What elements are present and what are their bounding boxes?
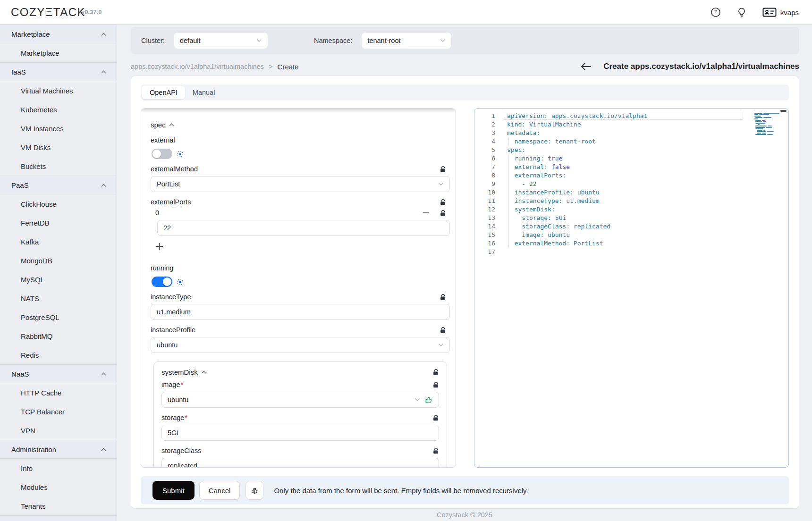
cluster-select[interactable]: default <box>174 33 268 49</box>
sidebar-section-naas[interactable]: NaaS <box>0 364 117 383</box>
unlock-icon[interactable] <box>432 369 439 376</box>
editor-line[interactable]: 6running: true <box>474 154 788 163</box>
sidebar-section-administration[interactable]: Administration <box>0 440 117 459</box>
editor-line[interactable]: 1apiVersion: apps.cozystack.io/v1alpha1 <box>474 112 788 120</box>
sidebar-section-label: PaaS <box>11 181 29 189</box>
unlock-icon[interactable] <box>440 327 446 334</box>
spec-section-toggle[interactable]: spec <box>151 121 450 129</box>
back-arrow-icon[interactable] <box>581 62 591 71</box>
debug-button[interactable] <box>245 481 263 500</box>
unlock-icon[interactable] <box>432 447 439 454</box>
editor-scrollbar-thumb[interactable] <box>780 110 787 112</box>
chevron-up-icon <box>169 123 174 126</box>
externalPorts-item-0-input[interactable] <box>163 224 444 232</box>
sidebar-section-marketplace[interactable]: Marketplace <box>0 25 117 43</box>
unlock-icon[interactable] <box>440 294 446 301</box>
sidebar-item-tenants[interactable]: Tenants <box>0 496 117 515</box>
editor-line[interactable]: 3metadata: <box>474 129 788 137</box>
instanceType-label: instanceType <box>151 293 191 301</box>
unlock-icon[interactable] <box>440 199 446 206</box>
cancel-button[interactable]: Cancel <box>199 481 240 500</box>
image-select[interactable]: ubuntu <box>161 392 439 408</box>
sidebar-item-tcp-balancer[interactable]: TCP Balancer <box>0 402 117 421</box>
editor-minimap[interactable] <box>754 113 782 137</box>
minimap-line <box>754 123 782 124</box>
editor-line[interactable]: 11instanceType: u1.medium <box>474 197 788 205</box>
tab-openapi[interactable]: OpenAPI <box>142 86 185 99</box>
remove-item-button[interactable] <box>423 210 429 216</box>
chevron-up-icon <box>101 184 106 187</box>
editor-line-code: instanceProfile: ubuntu <box>507 188 600 197</box>
sidebar-item-rabbitmq[interactable]: RabbitMQ <box>0 327 117 345</box>
token-key: namespace: <box>515 138 551 145</box>
app-logo[interactable]: COZYΞTACK <box>11 6 85 19</box>
running-toggle[interactable] <box>152 277 172 287</box>
instanceType-input[interactable] <box>157 308 444 316</box>
yaml-editor[interactable]: 1apiVersion: apps.cozystack.io/v1alpha12… <box>474 108 789 468</box>
editor-line[interactable]: 9- 22 <box>474 180 788 188</box>
editor-line[interactable]: 4namespace: tenant-root <box>474 137 788 146</box>
editor-line-code: apiVersion: apps.cozystack.io/v1alpha1 <box>507 112 647 120</box>
sidebar-item-vpn[interactable]: VPN <box>0 421 117 440</box>
sidebar-item-buckets[interactable]: Buckets <box>0 157 117 176</box>
sidebar-item-mysql[interactable]: MySQL <box>0 270 117 289</box>
sidebar-item-clickhouse[interactable]: ClickHouse <box>0 194 117 213</box>
editor-line-code: running: true <box>507 154 562 163</box>
cluster-label: Cluster: <box>141 37 165 44</box>
namespace-select[interactable]: tenant-root <box>362 33 451 49</box>
submit-button[interactable]: Submit <box>152 481 195 500</box>
theme-bulb-icon[interactable] <box>737 7 746 17</box>
sidebar-item-virtual-machines[interactable]: Virtual Machines <box>0 81 117 100</box>
sidebar-item-vm-instances[interactable]: VM Instances <box>0 119 117 138</box>
thumbs-up-icon[interactable] <box>425 396 433 404</box>
chevron-down-icon <box>438 182 444 186</box>
sidebar-section-iaas[interactable]: IaaS <box>0 62 117 81</box>
editor-line[interactable]: 15image: ubuntu <box>474 231 788 239</box>
externalMethod-select[interactable]: PortList <box>151 176 450 192</box>
token-str: ubuntu <box>574 189 600 196</box>
editor-line[interactable]: 17 <box>474 248 788 256</box>
sidebar-item-kafka[interactable]: Kafka <box>0 232 117 251</box>
sidebar-item-ferretdb[interactable]: FerretDB <box>0 213 117 232</box>
breadcrumb-path[interactable]: apps.cozystack.io/v1alpha1/virtualmachin… <box>131 63 264 70</box>
editor-line[interactable]: 10instanceProfile: ubuntu <box>474 188 788 197</box>
editor-line[interactable]: 7external: false <box>474 163 788 171</box>
systemDisk-section-toggle[interactable]: systemDisk <box>161 368 439 376</box>
token-bool: false <box>548 163 570 170</box>
editor-line[interactable]: 5spec: <box>474 146 788 154</box>
sidebar-item-redis[interactable]: Redis <box>0 345 117 364</box>
add-item-button[interactable] <box>155 243 163 251</box>
sidebar-item-postgresql[interactable]: PostgreSQL <box>0 308 117 327</box>
unlock-icon[interactable] <box>440 166 446 173</box>
sidebar-item-kubernetes[interactable]: Kubernetes <box>0 100 117 119</box>
sidebar-item-mongodb[interactable]: MongoDB <box>0 251 117 270</box>
storageClass-input[interactable] <box>168 462 433 468</box>
tab-manual[interactable]: Manual <box>185 86 223 99</box>
user-menu[interactable]: kvaps <box>762 7 799 17</box>
sidebar-section-paas[interactable]: PaaS <box>0 176 117 194</box>
token-str: ubuntu <box>544 231 570 238</box>
storage-input[interactable] <box>168 429 433 437</box>
help-icon[interactable]: ? <box>710 7 721 17</box>
sidebar-item-info[interactable]: Info <box>0 459 117 478</box>
editor-line[interactable]: 13storage: 5Gi <box>474 214 788 222</box>
sidebar-item-marketplace[interactable]: Marketplace <box>0 43 117 62</box>
editor-line[interactable]: 14storageClass: replicated <box>474 222 788 231</box>
editor-line[interactable]: 12systemDisk: <box>474 205 788 214</box>
unlock-icon[interactable] <box>432 381 439 388</box>
sidebar-item-modules[interactable]: Modules <box>0 478 117 496</box>
line-number: 17 <box>474 248 495 256</box>
unlock-icon[interactable] <box>432 414 439 421</box>
editor-line[interactable]: 16externalMethod: PortList <box>474 239 788 248</box>
unlock-icon[interactable] <box>440 210 446 217</box>
instanceProfile-select[interactable]: ubuntu <box>151 337 450 353</box>
minimap-line <box>754 131 782 132</box>
sidebar-item-vm-disks[interactable]: VM Disks <box>0 138 117 157</box>
minimap-line <box>754 127 782 128</box>
editor-line[interactable]: 2kind: VirtualMachine <box>474 120 788 129</box>
editor-line[interactable]: 8externalPorts: <box>474 171 788 180</box>
running-label: running <box>151 264 173 272</box>
external-toggle[interactable] <box>152 149 172 159</box>
sidebar-item-http-cache[interactable]: HTTP Cache <box>0 383 117 402</box>
sidebar-item-nats[interactable]: NATS <box>0 289 117 308</box>
